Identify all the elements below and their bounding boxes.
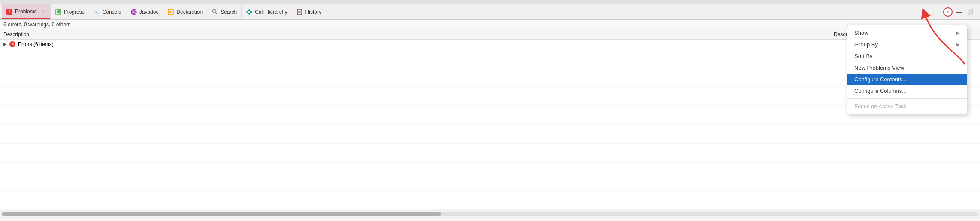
errors-group-label: Errors (6 items) [18, 41, 54, 47]
tab-problems[interactable]: !Problems× [2, 4, 51, 19]
main-content: Description ↑ Resource Path ▶ ✕ Errors (… [0, 29, 980, 218]
tab-history[interactable]: History [292, 4, 326, 19]
menu-label-configure_columns: Configure Columns... [854, 88, 907, 94]
main-window: !Problems×Progress>_Console@JavadocDecla… [0, 0, 980, 221]
svg-line-21 [250, 12, 251, 13]
tab-declaration[interactable]: Declaration [163, 4, 207, 19]
menu-label-show: Show [854, 30, 868, 36]
tab-bar: !Problems×Progress>_Console@JavadocDecla… [0, 4, 980, 20]
svg-line-13 [216, 12, 218, 14]
svg-rect-9 [168, 9, 173, 15]
status-text: 6 errors, 0 warnings, 0 others [3, 21, 70, 28]
tab-close-problems[interactable]: × [41, 9, 46, 14]
scrollbar-thumb [2, 212, 441, 216]
sort-indicator: ↑ [31, 32, 33, 37]
table-row[interactable]: ▶ ✕ Errors (6 items) [0, 40, 980, 49]
menu-label-focus_active_task: Focus on Active Task [854, 103, 907, 110]
declaration-icon [167, 9, 174, 15]
svg-line-20 [250, 11, 251, 12]
error-icon: ✕ [9, 41, 15, 47]
tab-console[interactable]: >_Console [89, 4, 126, 19]
tab-label-console: Console [103, 9, 121, 15]
tab-label-javadoc: Javadoc [139, 9, 159, 15]
status-bar: 6 errors, 0 warnings, 0 others [0, 20, 980, 29]
tab-callhierarchy[interactable]: Call Hierarchy [242, 4, 292, 19]
svg-point-17 [251, 11, 252, 13]
svg-rect-4 [58, 10, 60, 13]
svg-point-14 [246, 11, 248, 13]
menu-item-configure_contents[interactable]: Configure Contents... [847, 74, 967, 85]
tab-label-callhierarchy: Call Hierarchy [255, 9, 287, 15]
tab-list: !Problems×Progress>_Console@JavadocDecla… [2, 4, 943, 19]
svg-point-15 [248, 9, 250, 11]
tab-javadoc[interactable]: @Javadoc [126, 4, 163, 19]
pointer-arrow-svg [922, 9, 974, 73]
row-content: ▶ ✕ Errors (6 items) [0, 41, 980, 47]
tab-label-problems: Problems [15, 9, 37, 15]
search-icon [212, 9, 218, 15]
svg-text:@: @ [132, 10, 136, 15]
svg-point-12 [213, 9, 216, 13]
scrollbar-track[interactable] [2, 212, 978, 216]
menu-item-configure_columns[interactable]: Configure Columns... [847, 85, 967, 97]
callhierarchy-icon [246, 9, 253, 15]
menu-separator [847, 98, 967, 99]
expand-arrow[interactable]: ▶ [3, 42, 7, 46]
panel-separator [0, 0, 980, 4]
svg-line-19 [248, 12, 248, 13]
svg-line-18 [248, 11, 248, 12]
svg-text:>_: >_ [95, 10, 100, 14]
tab-label-search: Search [221, 9, 237, 15]
tab-progress[interactable]: Progress [51, 4, 89, 19]
description-label: Description [3, 31, 29, 37]
menu-item-focus_active_task: Focus on Active Task [847, 101, 967, 112]
javadoc-icon: @ [130, 9, 137, 15]
col-description-header[interactable]: Description ↑ [0, 31, 830, 37]
svg-rect-3 [57, 11, 58, 13]
svg-point-16 [248, 13, 250, 15]
history-icon [296, 9, 303, 15]
tab-label-declaration: Declaration [176, 9, 203, 15]
horizontal-scrollbar[interactable] [0, 210, 980, 218]
table-header: Description ↑ Resource Path [0, 29, 980, 40]
menu-label-configure_contents: Configure Contents... [854, 76, 907, 83]
console-icon: >_ [94, 9, 100, 15]
progress-icon [55, 9, 62, 15]
svg-text:!: ! [9, 9, 10, 14]
menu-label-sort_by: Sort By [854, 53, 873, 59]
menu-label-new_problems_view: New Problems View [854, 64, 904, 71]
problems-icon: ! [6, 8, 13, 15]
tab-label-history: History [305, 9, 321, 15]
tab-label-progress: Progress [64, 9, 85, 15]
tab-search[interactable]: Search [207, 4, 242, 19]
menu-label-group_by: Group By [854, 41, 878, 48]
